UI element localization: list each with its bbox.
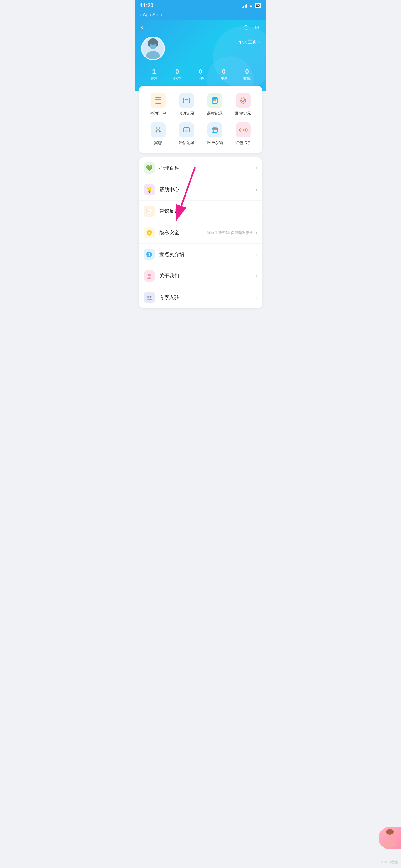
status-time: 11:20: [140, 2, 153, 9]
course-icon-wrap: [207, 93, 222, 108]
chevron-icon: ›: [256, 294, 257, 300]
back-button[interactable]: ‹: [141, 24, 143, 32]
grid-menu: 咨询订单 倾诉记录: [144, 93, 257, 146]
svg-rect-5: [155, 98, 161, 103]
status-bar: 11:20 ▲ 62: [135, 0, 266, 11]
list-item-about[interactable]: 关于我们 ›: [139, 265, 262, 287]
menu-item-balance[interactable]: 账户余额: [201, 122, 229, 146]
main-content: 咨询订单 倾诉记录: [135, 86, 266, 319]
svg-point-4: [156, 41, 158, 46]
chevron-icon: ›: [256, 251, 257, 257]
list-item-psychology[interactable]: 💚 心理百科 ›: [139, 157, 262, 179]
list-item-privacy[interactable]: 隐私安全 设置手势密码,保障隐私安全 ›: [139, 222, 262, 244]
menu-item-assessment[interactable]: 测评记录: [229, 93, 257, 116]
app-store-back[interactable]: ‹ App Store: [140, 12, 164, 17]
menu-item-coupon[interactable]: 红包卡券: [229, 122, 257, 146]
list-item-intro[interactable]: 1 壹点灵介绍 ›: [139, 244, 262, 265]
signal-icon: [242, 3, 247, 8]
settings-icon[interactable]: ⚙: [254, 24, 260, 31]
svg-rect-8: [159, 97, 160, 98]
meditation-icon-wrap: [151, 122, 166, 137]
menu-item-voice[interactable]: 倾诉记录: [172, 93, 201, 116]
svg-point-32: [245, 129, 247, 131]
chevron-icon: ›: [256, 273, 257, 279]
stat-divider-4: [235, 70, 235, 79]
eval-record-icon-wrap: [179, 122, 194, 137]
intro-icon: 1: [146, 251, 153, 258]
stat-divider-3: [212, 70, 212, 79]
nav-right-icons: ⬡ ⚙: [243, 24, 260, 31]
back-chevron-icon: ‹: [140, 12, 141, 17]
menu-item-eval-record[interactable]: 评估记录: [172, 122, 201, 146]
voice-icon-wrap: [179, 93, 194, 108]
menu-item-consult[interactable]: 咨询订单: [144, 93, 172, 116]
svg-point-40: [148, 274, 151, 276]
list-item-expert[interactable]: 专家入驻 ›: [139, 287, 262, 308]
feedback-icon: ✉️: [146, 208, 153, 215]
share-icon[interactable]: ⬡: [243, 24, 248, 31]
personal-page-link[interactable]: 个人主页 ›: [238, 39, 260, 45]
help-icon-wrap: 💡: [144, 184, 155, 195]
list-item-feedback[interactable]: ✉️ 建议反馈 ›: [139, 200, 262, 222]
about-icon: [146, 273, 153, 279]
assessment-icon-wrap: [236, 93, 251, 108]
stat-voice[interactable]: 0 心声: [166, 68, 189, 81]
coupon-icon-wrap: [236, 122, 251, 137]
svg-point-1: [146, 51, 160, 59]
intro-icon-wrap: 1: [144, 249, 155, 260]
status-icons: ▲ 62: [242, 3, 261, 8]
profile-section: 个人主页 ›: [141, 36, 260, 60]
assessment-icon: [239, 96, 248, 105]
svg-text:1: 1: [148, 252, 151, 257]
course-icon: [210, 96, 219, 105]
svg-point-34: [149, 232, 150, 234]
chevron-icon: ›: [256, 165, 257, 171]
consult-icon-wrap: [151, 93, 166, 108]
stat-comment[interactable]: 0 评论: [212, 68, 235, 81]
balance-icon: [210, 126, 219, 134]
battery-indicator: 62: [255, 3, 261, 8]
psychology-icon: 💚: [146, 165, 153, 172]
app-store-bar: ‹ App Store: [135, 11, 266, 20]
help-icon: 💡: [146, 186, 153, 193]
svg-point-3: [148, 41, 150, 46]
profile-header: ‹ ⬡ ⚙ 个人主页 › 1 关注 0 心声: [135, 20, 266, 91]
wifi-icon: ▲: [249, 3, 253, 8]
coupon-icon: [239, 126, 248, 134]
expert-icon: [146, 294, 153, 301]
svg-point-31: [239, 129, 241, 131]
stat-qa[interactable]: 0 问答: [189, 68, 212, 81]
svg-rect-35: [149, 233, 150, 234]
stat-follow[interactable]: 1 关注: [142, 68, 166, 81]
avatar[interactable]: [141, 36, 165, 60]
menu-item-meditation[interactable]: 冥想: [144, 122, 172, 146]
balance-icon-wrap: [207, 122, 222, 137]
stats-row: 1 关注 0 心声 0 问答 0 评论 0 收藏: [141, 68, 260, 81]
list-item-help[interactable]: 💡 帮助中心 ›: [139, 179, 262, 200]
svg-point-20: [157, 127, 159, 129]
avatar-image: [144, 38, 162, 59]
about-icon-wrap: [144, 270, 155, 281]
feedback-icon-wrap: ✉️: [144, 206, 155, 217]
privacy-icon: [146, 229, 153, 236]
psychology-icon-wrap: 💚: [144, 162, 155, 174]
app-store-label: App Store: [143, 12, 164, 17]
menu-item-course[interactable]: 课程记录: [201, 93, 229, 116]
chevron-icon: ›: [256, 208, 257, 214]
svg-rect-7: [156, 97, 157, 98]
grid-menu-card: 咨询订单 倾诉记录: [139, 86, 262, 153]
svg-rect-27: [212, 128, 218, 132]
chevron-icon: ›: [256, 230, 257, 236]
privacy-icon-wrap: [144, 227, 155, 239]
header-nav: ‹ ⬡ ⚙: [141, 24, 260, 32]
svg-rect-23: [183, 128, 189, 132]
consult-icon: [154, 96, 162, 105]
voice-icon: [182, 96, 191, 105]
eval-record-icon: [182, 126, 191, 134]
svg-point-41: [147, 296, 149, 298]
meditation-icon: [154, 126, 162, 134]
list-menu-card: 💚 心理百科 › 💡 帮助中心 › ✉️ 建议反馈 ›: [139, 157, 262, 308]
svg-point-42: [149, 296, 152, 298]
svg-point-29: [213, 130, 214, 131]
stat-collect[interactable]: 0 收藏: [235, 68, 259, 81]
